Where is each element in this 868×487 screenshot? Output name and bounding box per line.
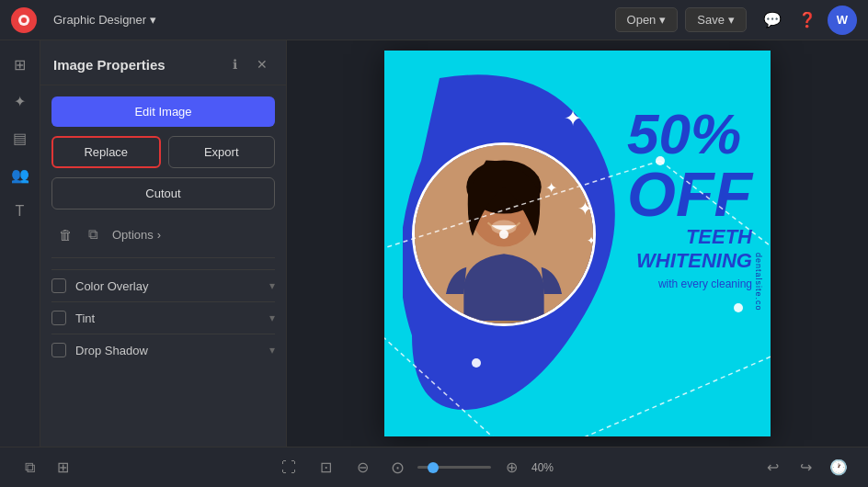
panel-header-icons: ℹ ✕	[223, 53, 273, 75]
sparkle-2: ✦	[545, 179, 557, 197]
app-name-button[interactable]: Graphic Designer ▾	[46, 9, 164, 30]
tint-label: Tint	[75, 311, 269, 325]
promo-text: 50% OFF TEETH WHITENING with every clean…	[627, 106, 752, 290]
promo-teeth: TEETH WHITENING	[627, 225, 752, 274]
color-overlay-label: Color Overlay	[75, 279, 269, 293]
bottombar: ⧉ ⊞ ⛶ ⊡ ⊖ ⊙ ⊕ 40% ↩ ↪ 🕐	[0, 447, 868, 487]
panel-body: Edit Image Replace Export Cutout 🗑 ⧉ Opt…	[40, 85, 286, 377]
sparkle-4: ✦	[587, 234, 596, 247]
cutout-button[interactable]: Cutout	[51, 177, 275, 210]
bottom-center-controls: ⛶ ⊡ ⊖ ⊙ ⊕ 40%	[274, 453, 561, 482]
redo-button[interactable]: ↪	[791, 453, 820, 482]
grid-icon-button[interactable]: ⊞	[48, 453, 77, 482]
replace-export-row: Replace Export	[51, 136, 275, 168]
topbar: Graphic Designer ▾ Open ▾ Save ▾ 💬 ❓ W	[0, 0, 868, 40]
save-label: Save	[697, 13, 725, 27]
promo-percent-value: 50%	[627, 102, 741, 165]
sparkle-1: ✦	[564, 106, 582, 131]
drop-shadow-chevron: ▾	[269, 344, 275, 357]
close-icon-button[interactable]: ✕	[251, 53, 273, 75]
sidebar-item-text[interactable]: T	[4, 195, 37, 228]
replace-label: Replace	[84, 145, 128, 159]
export-button[interactable]: Export	[168, 136, 276, 168]
help-icon-button[interactable]: ❓	[793, 6, 822, 35]
topbar-center: Open ▾ Save ▾	[615, 7, 747, 32]
fit-icon-button[interactable]: ⛶	[274, 453, 303, 482]
sidebar-item-elements[interactable]: ✦	[4, 85, 37, 118]
open-button[interactable]: Open ▾	[615, 7, 679, 32]
zoom-slider[interactable]	[417, 466, 491, 469]
zoom-in-button[interactable]: ⊕	[497, 453, 526, 482]
properties-panel: Image Properties ℹ ✕ Edit Image Replace …	[40, 40, 287, 447]
panel-title: Image Properties	[53, 57, 223, 73]
edit-image-label: Edit Image	[134, 105, 191, 119]
options-button[interactable]: Options ›	[107, 224, 166, 245]
color-overlay-chevron: ▾	[269, 279, 275, 292]
svg-point-10	[734, 303, 743, 312]
sparkle-3: ✦	[577, 198, 593, 220]
panel-header: Image Properties ℹ ✕	[40, 40, 286, 85]
chevron-right-icon: ›	[157, 228, 161, 242]
promo-sub: with every cleaning	[627, 277, 752, 290]
drop-shadow-label: Drop Shadow	[75, 344, 269, 357]
topbar-icons: 💬 ❓ W	[758, 6, 857, 35]
zoom-out-button[interactable]: ⊖	[348, 453, 377, 482]
tint-checkbox[interactable]	[51, 311, 66, 325]
cutout-label: Cutout	[145, 187, 180, 200]
chevron-down-icon: ▾	[659, 13, 666, 27]
actions-row: 🗑 ⧉ Options ›	[51, 221, 275, 258]
sidebar-item-layers[interactable]: ▤	[4, 121, 37, 154]
color-overlay-row[interactable]: Color Overlay ▾	[51, 269, 275, 301]
bottom-left-tools: ⧉ ⊞	[15, 453, 77, 482]
open-label: Open	[627, 13, 657, 27]
zoom-controls: ⊖ ⊙ ⊕ 40%	[348, 453, 561, 482]
color-overlay-checkbox[interactable]	[51, 278, 66, 293]
user-avatar[interactable]: W	[828, 6, 857, 35]
sidebar-item-template[interactable]: ⊞	[4, 48, 37, 81]
main-content: ⊞ ✦ ▤ 👥 T Image Properties ℹ ✕ Edit Imag…	[0, 40, 868, 447]
undo-button[interactable]: ↩	[758, 453, 787, 482]
edit-image-button[interactable]: Edit Image	[51, 96, 275, 127]
history-button[interactable]: 🕐	[824, 453, 853, 482]
export-label: Export	[204, 145, 239, 159]
canvas-wrapper: ✦ ✦ ✦ ✦ 50% OFF TEETH WHITENING with eve…	[384, 51, 771, 436]
canvas-area[interactable]: ✦ ✦ ✦ ✦ 50% OFF TEETH WHITENING with eve…	[287, 40, 868, 447]
app-name-label: Graphic Designer	[53, 13, 146, 27]
drop-shadow-checkbox[interactable]	[51, 343, 66, 357]
promo-teeth-line2: WHITENING	[627, 249, 752, 273]
save-button[interactable]: Save ▾	[685, 7, 747, 32]
app-logo	[11, 7, 37, 33]
options-label: Options	[112, 228, 154, 242]
delete-icon-button[interactable]: 🗑	[51, 221, 79, 248]
chevron-down-icon: ▾	[150, 13, 156, 27]
tint-chevron: ▾	[269, 311, 275, 324]
site-text: dentalsite.co	[754, 253, 763, 311]
chat-icon-button[interactable]: 💬	[758, 6, 787, 35]
replace-button[interactable]: Replace	[51, 136, 161, 168]
zoom-position-button[interactable]: ⊙	[383, 453, 412, 482]
icon-sidebar: ⊞ ✦ ▤ 👥 T	[0, 40, 40, 447]
drop-shadow-row[interactable]: Drop Shadow ▾	[51, 334, 275, 366]
person-image	[412, 142, 596, 326]
info-icon-button[interactable]: ℹ	[223, 53, 246, 75]
bottom-right-tools: ↩ ↪ 🕐	[758, 453, 853, 482]
duplicate-icon-button[interactable]: ⧉	[79, 221, 107, 248]
design-canvas: ✦ ✦ ✦ ✦ 50% OFF TEETH WHITENING with eve…	[384, 51, 771, 436]
sidebar-item-people[interactable]: 👥	[4, 158, 37, 191]
promo-percent: 50%	[627, 106, 752, 163]
crop-icon-button[interactable]: ⊡	[311, 453, 340, 482]
chevron-down-icon: ▾	[728, 13, 735, 27]
person-placeholder	[415, 145, 593, 323]
zoom-percent-label: 40%	[531, 461, 561, 474]
layers-icon-button[interactable]: ⧉	[15, 453, 44, 482]
promo-off: OFF	[627, 163, 752, 225]
svg-point-1	[21, 17, 27, 23]
tint-row[interactable]: Tint ▾	[51, 301, 275, 334]
